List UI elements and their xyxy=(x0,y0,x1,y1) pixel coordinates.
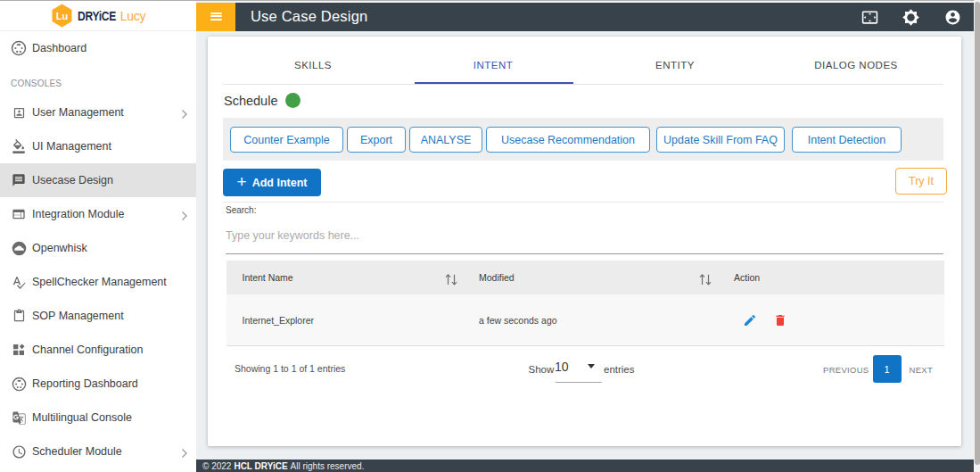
svg-text:Lu: Lu xyxy=(56,11,68,21)
